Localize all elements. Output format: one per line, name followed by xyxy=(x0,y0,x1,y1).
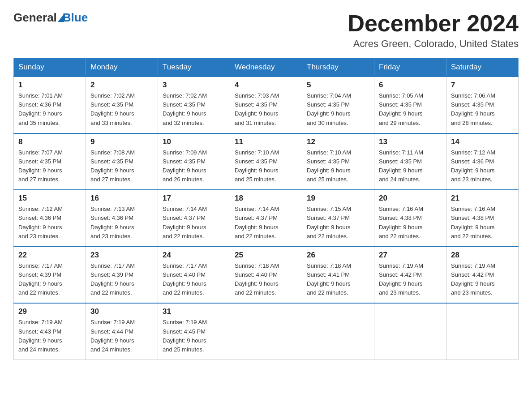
day-number: 11 xyxy=(235,137,297,146)
day-number: 24 xyxy=(163,251,225,260)
day-number: 17 xyxy=(163,194,225,203)
calendar-cell: 28Sunrise: 7:19 AMSunset: 4:42 PMDayligh… xyxy=(446,247,519,304)
calendar-cell: 19Sunrise: 7:15 AMSunset: 4:37 PMDayligh… xyxy=(302,190,374,247)
day-info: Sunrise: 7:05 AMSunset: 4:35 PMDaylight:… xyxy=(379,91,442,128)
calendar-cell xyxy=(374,303,446,360)
calendar-title: December 2024 xyxy=(348,11,519,36)
day-info: Sunrise: 7:16 AMSunset: 4:38 PMDaylight:… xyxy=(379,205,442,241)
day-number: 16 xyxy=(90,194,153,203)
day-info: Sunrise: 7:09 AMSunset: 4:35 PMDaylight:… xyxy=(163,148,225,184)
calendar-cell: 7Sunrise: 7:06 AMSunset: 4:35 PMDaylight… xyxy=(446,77,519,133)
day-info: Sunrise: 7:18 AMSunset: 4:41 PMDaylight:… xyxy=(307,261,369,298)
day-info: Sunrise: 7:17 AMSunset: 4:40 PMDaylight:… xyxy=(163,261,225,298)
title-block: December 2024 Acres Green, Colorado, Uni… xyxy=(348,11,519,50)
calendar-cell: 5Sunrise: 7:04 AMSunset: 4:35 PMDaylight… xyxy=(302,77,374,133)
week-row-5: 29Sunrise: 7:19 AMSunset: 4:43 PMDayligh… xyxy=(14,303,519,360)
calendar-cell: 30Sunrise: 7:19 AMSunset: 4:44 PMDayligh… xyxy=(86,303,158,360)
day-info: Sunrise: 7:01 AMSunset: 4:36 PMDaylight:… xyxy=(18,91,81,128)
day-info: Sunrise: 7:14 AMSunset: 4:37 PMDaylight:… xyxy=(235,205,297,241)
day-number: 31 xyxy=(163,307,225,316)
calendar-cell: 11Sunrise: 7:10 AMSunset: 4:35 PMDayligh… xyxy=(230,133,302,190)
day-number: 5 xyxy=(307,81,369,90)
day-number: 10 xyxy=(163,137,225,146)
logo-blue: Blue xyxy=(63,11,88,25)
day-number: 26 xyxy=(307,251,369,260)
calendar-cell: 13Sunrise: 7:11 AMSunset: 4:35 PMDayligh… xyxy=(374,133,446,190)
day-number: 21 xyxy=(451,194,514,203)
day-number: 23 xyxy=(90,251,153,260)
col-header-friday: Friday xyxy=(374,58,446,77)
day-info: Sunrise: 7:07 AMSunset: 4:35 PMDaylight:… xyxy=(18,148,81,184)
col-header-thursday: Thursday xyxy=(302,58,374,77)
calendar-cell: 15Sunrise: 7:12 AMSunset: 4:36 PMDayligh… xyxy=(14,190,86,247)
day-number: 1 xyxy=(18,81,81,90)
day-info: Sunrise: 7:19 AMSunset: 4:44 PMDaylight:… xyxy=(90,318,153,354)
day-info: Sunrise: 7:18 AMSunset: 4:40 PMDaylight:… xyxy=(235,261,297,298)
day-info: Sunrise: 7:13 AMSunset: 4:36 PMDaylight:… xyxy=(90,205,153,241)
logo-general: General xyxy=(13,11,57,25)
day-number: 9 xyxy=(90,137,153,146)
col-header-wednesday: Wednesday xyxy=(230,58,302,77)
day-number: 12 xyxy=(307,137,369,146)
day-number: 25 xyxy=(235,251,297,260)
col-header-monday: Monday xyxy=(86,58,158,77)
day-info: Sunrise: 7:17 AMSunset: 4:39 PMDaylight:… xyxy=(18,261,81,298)
day-info: Sunrise: 7:12 AMSunset: 4:36 PMDaylight:… xyxy=(18,205,81,241)
day-number: 7 xyxy=(451,81,514,90)
calendar-cell: 9Sunrise: 7:08 AMSunset: 4:35 PMDaylight… xyxy=(86,133,158,190)
day-info: Sunrise: 7:06 AMSunset: 4:35 PMDaylight:… xyxy=(451,91,514,128)
page-header: General Blue December 2024 Acres Green, … xyxy=(13,11,519,50)
calendar-cell: 25Sunrise: 7:18 AMSunset: 4:40 PMDayligh… xyxy=(230,247,302,304)
calendar-cell: 3Sunrise: 7:02 AMSunset: 4:35 PMDaylight… xyxy=(158,77,230,133)
day-info: Sunrise: 7:08 AMSunset: 4:35 PMDaylight:… xyxy=(90,148,153,184)
day-info: Sunrise: 7:03 AMSunset: 4:35 PMDaylight:… xyxy=(235,91,297,128)
logo: General Blue xyxy=(13,11,88,25)
day-info: Sunrise: 7:10 AMSunset: 4:35 PMDaylight:… xyxy=(235,148,297,184)
day-info: Sunrise: 7:19 AMSunset: 4:42 PMDaylight:… xyxy=(451,261,514,298)
day-number: 6 xyxy=(379,81,442,90)
col-header-saturday: Saturday xyxy=(446,58,519,77)
day-number: 18 xyxy=(235,194,297,203)
week-row-2: 8Sunrise: 7:07 AMSunset: 4:35 PMDaylight… xyxy=(14,133,519,190)
day-info: Sunrise: 7:17 AMSunset: 4:39 PMDaylight:… xyxy=(90,261,153,298)
calendar-cell: 6Sunrise: 7:05 AMSunset: 4:35 PMDaylight… xyxy=(374,77,446,133)
week-row-3: 15Sunrise: 7:12 AMSunset: 4:36 PMDayligh… xyxy=(14,190,519,247)
calendar-cell: 8Sunrise: 7:07 AMSunset: 4:35 PMDaylight… xyxy=(14,133,86,190)
calendar-cell: 16Sunrise: 7:13 AMSunset: 4:36 PMDayligh… xyxy=(86,190,158,247)
calendar-cell: 18Sunrise: 7:14 AMSunset: 4:37 PMDayligh… xyxy=(230,190,302,247)
calendar-cell: 14Sunrise: 7:12 AMSunset: 4:36 PMDayligh… xyxy=(446,133,519,190)
calendar-cell: 31Sunrise: 7:19 AMSunset: 4:45 PMDayligh… xyxy=(158,303,230,360)
day-number: 13 xyxy=(379,137,442,146)
day-info: Sunrise: 7:14 AMSunset: 4:37 PMDaylight:… xyxy=(163,205,225,241)
col-header-sunday: Sunday xyxy=(14,58,86,77)
day-number: 3 xyxy=(163,81,225,90)
calendar-cell: 23Sunrise: 7:17 AMSunset: 4:39 PMDayligh… xyxy=(86,247,158,304)
day-number: 22 xyxy=(18,251,81,260)
calendar-table: SundayMondayTuesdayWednesdayThursdayFrid… xyxy=(13,58,519,360)
day-number: 2 xyxy=(90,81,153,90)
day-number: 28 xyxy=(451,251,514,260)
day-info: Sunrise: 7:02 AMSunset: 4:35 PMDaylight:… xyxy=(90,91,153,128)
calendar-cell: 21Sunrise: 7:16 AMSunset: 4:38 PMDayligh… xyxy=(446,190,519,247)
day-info: Sunrise: 7:15 AMSunset: 4:37 PMDaylight:… xyxy=(307,205,369,241)
day-info: Sunrise: 7:19 AMSunset: 4:42 PMDaylight:… xyxy=(379,261,442,298)
day-info: Sunrise: 7:12 AMSunset: 4:36 PMDaylight:… xyxy=(451,148,514,184)
calendar-cell: 4Sunrise: 7:03 AMSunset: 4:35 PMDaylight… xyxy=(230,77,302,133)
day-info: Sunrise: 7:19 AMSunset: 4:43 PMDaylight:… xyxy=(18,318,81,354)
calendar-cell: 26Sunrise: 7:18 AMSunset: 4:41 PMDayligh… xyxy=(302,247,374,304)
day-info: Sunrise: 7:02 AMSunset: 4:35 PMDaylight:… xyxy=(163,91,225,128)
day-number: 20 xyxy=(379,194,442,203)
day-info: Sunrise: 7:19 AMSunset: 4:45 PMDaylight:… xyxy=(163,318,225,354)
day-number: 15 xyxy=(18,194,81,203)
day-number: 27 xyxy=(379,251,442,260)
day-number: 30 xyxy=(90,307,153,316)
calendar-cell xyxy=(302,303,374,360)
calendar-cell xyxy=(446,303,519,360)
calendar-cell: 12Sunrise: 7:10 AMSunset: 4:35 PMDayligh… xyxy=(302,133,374,190)
calendar-cell: 22Sunrise: 7:17 AMSunset: 4:39 PMDayligh… xyxy=(14,247,86,304)
week-row-1: 1Sunrise: 7:01 AMSunset: 4:36 PMDaylight… xyxy=(14,77,519,133)
day-number: 29 xyxy=(18,307,81,316)
calendar-cell: 10Sunrise: 7:09 AMSunset: 4:35 PMDayligh… xyxy=(158,133,230,190)
day-number: 14 xyxy=(451,137,514,146)
week-row-4: 22Sunrise: 7:17 AMSunset: 4:39 PMDayligh… xyxy=(14,247,519,304)
